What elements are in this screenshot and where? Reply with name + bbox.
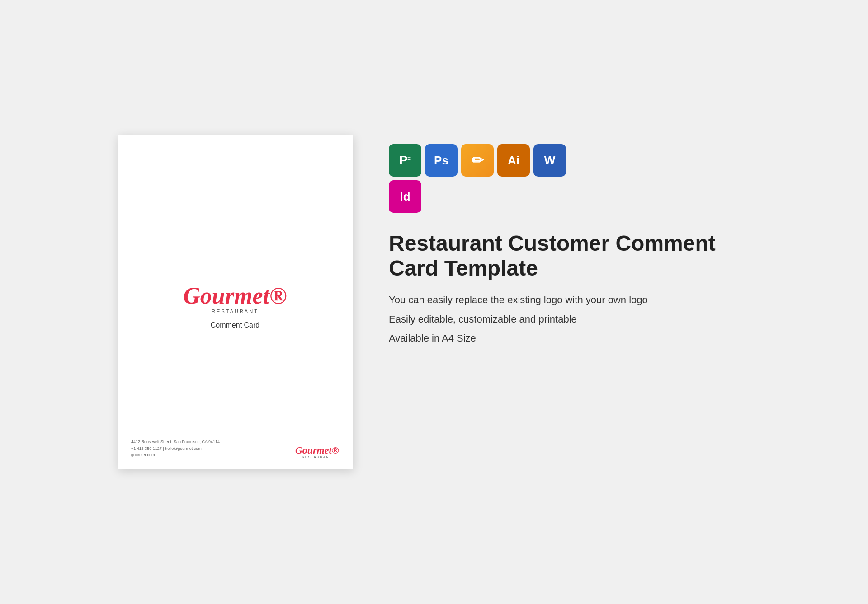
feature-1: You can easily replace the existing logo… bbox=[389, 293, 750, 307]
doc-comment-card-label: Comment Card bbox=[211, 321, 259, 329]
features-section: You can easily replace the existing logo… bbox=[389, 293, 750, 346]
indesign-label: Id bbox=[400, 191, 410, 202]
feature-3: Available in A4 Size bbox=[389, 332, 750, 346]
info-panel: P ≡ Ps ✏ Ai W Id bbox=[389, 135, 750, 346]
doc-footer-address: 4412 Roosevelt Street, San Francisco, CA… bbox=[131, 439, 220, 458]
icons-row-2: Id bbox=[389, 180, 750, 213]
pages-label: ✏ bbox=[472, 152, 484, 169]
doc-logo-gourmet: Gourmet® bbox=[183, 284, 287, 308]
doc-restaurant-label: RESTAURANT bbox=[212, 309, 259, 314]
publisher-label: P bbox=[399, 153, 408, 168]
doc-footer-logo-text: Gourmet® bbox=[295, 445, 339, 455]
doc-address-line1: 4412 Roosevelt Street, San Francisco, CA… bbox=[131, 439, 220, 445]
illustrator-icon: Ai bbox=[497, 144, 530, 177]
doc-logo-superscript: ® bbox=[269, 283, 287, 309]
software-icons: P ≡ Ps ✏ Ai W Id bbox=[389, 144, 750, 213]
document-preview: Gourmet® RESTAURANT Comment Card 4412 Ro… bbox=[118, 135, 353, 469]
word-icon: W bbox=[533, 144, 566, 177]
main-container: Gourmet® RESTAURANT Comment Card 4412 Ro… bbox=[118, 135, 750, 469]
pages-icon: ✏ bbox=[461, 144, 494, 177]
indesign-icon: Id bbox=[389, 180, 421, 213]
doc-footer-bottom: 4412 Roosevelt Street, San Francisco, CA… bbox=[131, 439, 339, 458]
doc-footer-logo: Gourmet® RESTAURANT bbox=[295, 445, 339, 459]
doc-footer-logo-name: Gourmet bbox=[295, 445, 332, 456]
doc-address-line2: +1 415 359 1127 | hello@gourmet.com bbox=[131, 445, 220, 452]
doc-logo-text: Gourmet bbox=[183, 283, 269, 309]
illustrator-label: Ai bbox=[508, 155, 519, 166]
doc-address-line3: gourmet.com bbox=[131, 452, 220, 458]
doc-footer: 4412 Roosevelt Street, San Francisco, CA… bbox=[118, 424, 353, 469]
doc-footer-logo-dot: ® bbox=[332, 445, 339, 456]
photoshop-label: Ps bbox=[434, 155, 448, 166]
main-title: Restaurant Customer Comment Card Templat… bbox=[389, 231, 750, 281]
doc-footer-line bbox=[131, 433, 339, 433]
publisher-icon: P ≡ bbox=[389, 144, 421, 177]
title-section: Restaurant Customer Comment Card Templat… bbox=[389, 231, 750, 281]
doc-center: Gourmet® RESTAURANT Comment Card bbox=[183, 284, 287, 329]
publisher-sublabel: ≡ bbox=[407, 155, 411, 162]
photoshop-icon: Ps bbox=[425, 144, 458, 177]
feature-2: Easily editable, customizable and printa… bbox=[389, 313, 750, 327]
doc-footer-logo-sub: RESTAURANT bbox=[302, 455, 332, 459]
word-label: W bbox=[544, 155, 556, 166]
